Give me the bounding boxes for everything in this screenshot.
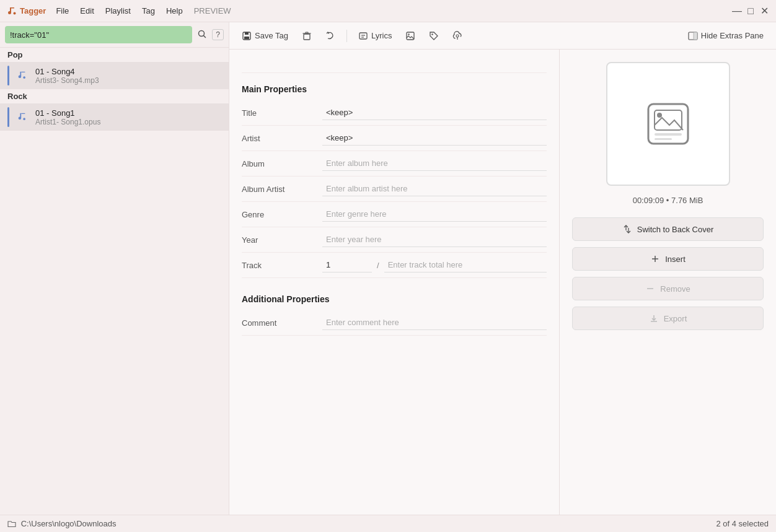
svg-rect-0 — [10, 7, 14, 9]
track-name-song1: 01 - Song1 — [35, 108, 100, 118]
track-item-song4[interactable]: 01 - Song4 Artist3- Song4.mp3 — [0, 62, 229, 89]
album-label: Album — [242, 159, 322, 168]
track-selected-indicator-2 — [7, 107, 9, 127]
svg-rect-14 — [359, 33, 367, 39]
lyrics-button[interactable]: Lyrics — [353, 28, 397, 43]
delete-icon — [302, 31, 312, 41]
help-button[interactable]: ? — [212, 29, 224, 40]
preview-pane: 00:09:09 • 7.76 MiB Switch to Back Cover — [559, 50, 776, 515]
image-icon — [405, 31, 415, 41]
cloud-button[interactable] — [448, 28, 467, 43]
close-button[interactable]: ✕ — [760, 7, 769, 15]
track-selected-indicator — [7, 66, 9, 85]
comment-input[interactable] — [322, 315, 547, 330]
folder-icon — [7, 520, 16, 528]
minimize-button[interactable]: — — [733, 7, 741, 15]
content-area: Save Tag — [229, 22, 776, 515]
download-icon — [649, 313, 659, 323]
album-art-placeholder-icon — [643, 99, 693, 149]
artist-input[interactable] — [322, 131, 547, 146]
hide-extras-button[interactable]: Hide Extras Pane — [683, 28, 769, 43]
svg-rect-17 — [407, 32, 414, 40]
titlebar: Tagger File Edit Playlist Tag Help PREVI… — [0, 0, 776, 22]
save-tag-label: Save Tag — [255, 31, 288, 40]
field-row-album-artist: Album Artist — [242, 177, 547, 202]
save-tag-button[interactable]: Save Tag — [237, 28, 293, 43]
field-row-title: Title — [242, 100, 547, 126]
tag-format-button[interactable] — [424, 28, 444, 43]
svg-rect-11 — [304, 34, 310, 40]
track-info-song1: 01 - Song1 Artist1- Song1.opus — [35, 108, 100, 126]
lyrics-icon — [358, 31, 368, 41]
search-icon — [197, 29, 207, 39]
track-slash: / — [377, 261, 379, 270]
track-row: / — [322, 258, 547, 273]
switch-to-back-cover-button[interactable]: Switch to Back Cover — [572, 217, 764, 241]
statusbar-path: C:\Users\nlogo\Downloads — [7, 519, 117, 529]
delete-button[interactable] — [297, 28, 317, 43]
track-file-song4: Artist3- Song4.mp3 — [35, 76, 99, 85]
menu-tag[interactable]: Tag — [142, 6, 155, 15]
svg-point-7 — [23, 118, 25, 120]
svg-point-5 — [23, 76, 25, 79]
title-input[interactable] — [322, 105, 547, 120]
switch-to-back-cover-label: Switch to Back Cover — [637, 225, 714, 234]
insert-button[interactable]: Insert — [572, 247, 764, 271]
year-label: Year — [242, 235, 322, 245]
year-input[interactable] — [322, 232, 547, 247]
svg-point-1 — [14, 12, 16, 14]
menu-playlist[interactable]: Playlist — [105, 6, 131, 15]
album-artist-label: Album Artist — [242, 185, 322, 194]
menu-edit[interactable]: Edit — [80, 6, 94, 15]
hide-extras-label: Hide Extras Pane — [701, 31, 764, 40]
search-button[interactable] — [196, 28, 208, 42]
svg-rect-26 — [655, 133, 682, 136]
track-file-song1: Artist1- Song1.opus — [35, 118, 100, 126]
additional-properties-title: Additional Properties — [242, 286, 547, 310]
svg-point-19 — [432, 33, 433, 35]
remove-button[interactable]: Remove — [572, 277, 764, 300]
menu-help[interactable]: Help — [166, 6, 183, 15]
maximize-button[interactable]: □ — [746, 7, 755, 15]
undo-icon — [325, 31, 335, 41]
search-bar: ? — [0, 22, 229, 48]
cloud-icon — [452, 31, 462, 41]
preview-label: PREVIEW — [194, 6, 231, 15]
track-total-input[interactable] — [384, 258, 547, 273]
music-note-icon-2 — [17, 111, 29, 123]
album-input[interactable] — [322, 156, 547, 171]
genre-label: Genre — [242, 210, 322, 219]
export-label: Export — [664, 314, 687, 323]
search-input[interactable] — [5, 26, 192, 43]
menu-file[interactable]: File — [56, 6, 69, 15]
genre-input[interactable] — [322, 207, 547, 222]
plus-icon — [650, 254, 660, 264]
toolbar-right: Hide Extras Pane — [683, 28, 769, 43]
statusbar: C:\Users\nlogo\Downloads 2 of 4 selected — [0, 515, 776, 532]
remove-label: Remove — [660, 284, 690, 294]
statusbar-path-text: C:\Users\nlogo\Downloads — [21, 519, 117, 528]
field-row-album: Album — [242, 151, 547, 177]
svg-rect-9 — [245, 32, 249, 35]
artist-label: Artist — [242, 134, 322, 143]
field-row-genre: Genre — [242, 202, 547, 227]
save-icon — [242, 31, 252, 41]
track-item-song1[interactable]: 01 - Song1 Artist1- Song1.opus — [0, 103, 229, 131]
track-number-input[interactable] — [322, 258, 372, 273]
svg-line-3 — [204, 35, 206, 37]
music-note-logo-icon — [7, 6, 17, 16]
group-pop: Pop — [0, 48, 229, 62]
undo-button[interactable] — [320, 28, 340, 43]
svg-point-20 — [456, 35, 459, 37]
svg-point-25 — [657, 113, 662, 118]
export-button[interactable]: Export — [572, 307, 764, 330]
album-artist-input[interactable] — [322, 181, 547, 196]
image-button[interactable] — [400, 28, 420, 43]
music-note-icon — [17, 69, 29, 82]
lyrics-label: Lyrics — [371, 31, 392, 40]
additional-section: Additional Properties Comment — [242, 286, 547, 336]
svg-rect-22 — [694, 32, 697, 40]
main-layout: ? Pop 01 - Song4 Artist3- Song4.mp3 Rock — [0, 22, 776, 515]
editor-preview: Main Properties Title Artist Album — [229, 50, 776, 515]
statusbar-selection: 2 of 4 selected — [716, 519, 769, 528]
